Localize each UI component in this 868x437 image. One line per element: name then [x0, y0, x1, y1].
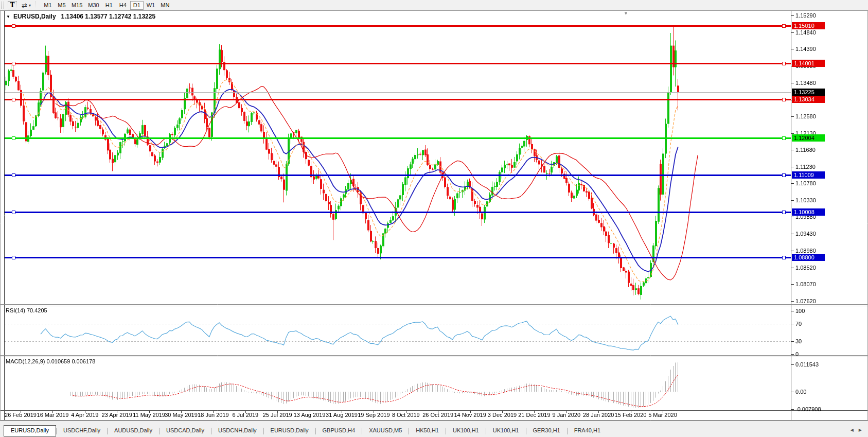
date-axis-label: 13 Aug 2019: [294, 412, 326, 418]
rsi-axis-tick: 30: [795, 338, 802, 344]
timeframe-button-m30[interactable]: M30: [85, 1, 101, 10]
date-axis-label: 31 Aug 2019: [326, 412, 358, 418]
rsi-axis-tick: 100: [795, 308, 805, 314]
price-axis-tick: 1.11680: [795, 147, 816, 153]
horizontal-line-1.08800[interactable]: [5, 257, 791, 258]
chart-tab[interactable]: FRA40,H1: [568, 426, 607, 436]
horizontal-line-1.12004[interactable]: [5, 137, 791, 139]
timeframe-button-m15[interactable]: M15: [69, 1, 85, 10]
line-handle-icon[interactable]: [782, 98, 786, 101]
macd-label: MACD(12,26,9) 0.010659 0.006178: [6, 358, 95, 364]
chevron-down-icon: ▾: [29, 3, 31, 8]
macd-axis-tick: -0.007908: [795, 406, 821, 412]
price-axis-tick: 1.09430: [795, 231, 816, 237]
price-axis-tick: 1.12580: [795, 113, 816, 119]
price-level-badge: 1.11009: [792, 171, 825, 179]
arrange-charts-button[interactable]: ⇄ ▾: [22, 2, 31, 9]
horizontal-line-1.11009[interactable]: [5, 174, 791, 176]
chart-tab[interactable]: USDCNH,Daily: [211, 426, 263, 436]
date-axis-label: 26 Feb 2019: [5, 412, 37, 418]
rsi-axis-tick: 70: [795, 321, 802, 327]
horizontal-line-1.13034[interactable]: [5, 99, 791, 100]
price-level-badge: 1.12004: [792, 134, 825, 142]
date-axis-label: 4 Apr 2019: [71, 412, 98, 418]
line-handle-icon[interactable]: [782, 136, 786, 140]
price-chart-canvas[interactable]: [0, 0, 868, 437]
price-axis-tick: 1.10780: [795, 180, 816, 186]
timeframe-button-m1[interactable]: M1: [41, 1, 55, 10]
price-level-badge: 1.14001: [792, 60, 825, 67]
horizontal-line-1.15010[interactable]: [5, 25, 791, 27]
timeframe-button-mn[interactable]: MN: [158, 1, 172, 10]
date-axis-label: 15 Feb 2020: [615, 412, 647, 418]
timeframe-button-h1[interactable]: H1: [102, 1, 116, 10]
chart-tab[interactable]: USDCHF,Daily: [57, 426, 107, 436]
rsi-axis-tick: 0: [795, 351, 799, 357]
text-tool-button[interactable]: T: [8, 1, 17, 9]
chart-tab[interactable]: UK100,H1: [446, 426, 486, 436]
mt4-window: T ⇄ ▾ M1M5M15M30H1H4D1W1MN ▼ EURUSD,Dail…: [0, 0, 868, 437]
line-handle-icon[interactable]: [12, 98, 15, 101]
chart-tab-bar: EURUSD,DailyUSDCHF,DailyAUDUSD,DailyUSDC…: [0, 421, 868, 437]
line-handle-icon[interactable]: [12, 173, 15, 177]
horizontal-line-1.10008[interactable]: [5, 212, 791, 213]
tabs-scroll-right-icon[interactable]: ▶: [859, 428, 862, 432]
timeframe-button-h4[interactable]: H4: [116, 1, 130, 10]
current-price-badge: 1.13225: [792, 89, 825, 96]
line-handle-icon[interactable]: [12, 211, 15, 214]
chart-tab[interactable]: USDCAD,Daily: [160, 426, 211, 436]
toolbar-grip[interactable]: [2, 2, 4, 9]
price-axis-tick: 1.15290: [795, 12, 816, 19]
line-handle-icon[interactable]: [782, 173, 786, 177]
rsi-label: RSI(14) 70.4205: [6, 307, 47, 313]
macd-axis-tick: 0.011543: [795, 361, 819, 368]
arrange-arrows-icon: ⇄: [22, 2, 27, 9]
price-axis-tick: 1.10330: [795, 197, 816, 203]
chart-shift-marker[interactable]: ▼: [624, 11, 628, 16]
chart-title: ▼ EURUSD,Daily 1.13406 1.13577 1.12742 1…: [6, 13, 155, 20]
line-handle-icon[interactable]: [12, 256, 15, 259]
date-axis-label: 11 May 2019: [133, 412, 165, 418]
timeframe-button-d1[interactable]: D1: [130, 1, 144, 10]
chart-tab[interactable]: XAUUSD,M5: [362, 426, 409, 436]
date-axis-label: 16 Mar 2019: [37, 412, 69, 418]
date-axis-label: 9 Jan 2020: [553, 412, 580, 418]
tabs-scroll-left-icon[interactable]: ◀: [851, 428, 854, 432]
date-axis-label: 18 Jun 2019: [198, 412, 229, 418]
date-axis-label: 23 Apr 2019: [102, 412, 132, 418]
line-handle-icon[interactable]: [12, 136, 15, 140]
tab-scroll-arrows: ◀ ▶: [851, 428, 862, 432]
date-axis-label: 25 Jul 2019: [263, 412, 292, 418]
chart-tab[interactable]: UK100,H1: [486, 426, 526, 436]
line-handle-icon[interactable]: [782, 62, 786, 65]
chart-tab[interactable]: EURUSD,Daily: [4, 425, 56, 436]
price-level-badge: 1.15010: [792, 22, 825, 29]
chart-tab[interactable]: EURUSD,Daily: [264, 426, 315, 436]
collapse-triangle-icon[interactable]: ▼: [6, 14, 10, 19]
toolbar-separator: [36, 2, 37, 9]
chart-tab[interactable]: HK50,H1: [409, 426, 446, 436]
date-axis-label: 8 Oct 2019: [392, 412, 420, 418]
line-handle-icon[interactable]: [782, 24, 786, 28]
chart-tab[interactable]: GER30,H1: [526, 426, 567, 436]
date-axis-label: 30 May 2019: [165, 412, 198, 418]
price-axis-tick: 1.08070: [795, 281, 816, 287]
horizontal-line-1.14001[interactable]: [5, 63, 791, 64]
price-level-badge: 1.13034: [792, 96, 825, 103]
chart-tab[interactable]: GBPUSD,H4: [316, 426, 362, 436]
date-axis-label: 19 Sep 2019: [358, 412, 389, 418]
timeframe-button-w1[interactable]: W1: [144, 1, 158, 10]
price-axis-tick: 1.07620: [795, 298, 816, 304]
line-handle-icon[interactable]: [12, 62, 15, 65]
timeframe-group: M1M5M15M30H1H4D1W1MN: [41, 1, 172, 10]
price-axis-tick: 1.13480: [795, 80, 816, 86]
line-handle-icon[interactable]: [12, 24, 15, 28]
line-handle-icon[interactable]: [782, 211, 786, 214]
line-handle-icon[interactable]: [782, 256, 786, 259]
chart-tab[interactable]: AUDUSD,Daily: [108, 426, 159, 436]
date-axis-label: 3 Dec 2019: [488, 412, 517, 418]
price-axis-tick: 1.14390: [795, 46, 816, 52]
chart-symbol-label: EURUSD,Daily: [13, 13, 56, 20]
timeframe-button-m5[interactable]: M5: [55, 1, 68, 10]
date-axis-label: 5 Mar 2020: [648, 412, 677, 418]
